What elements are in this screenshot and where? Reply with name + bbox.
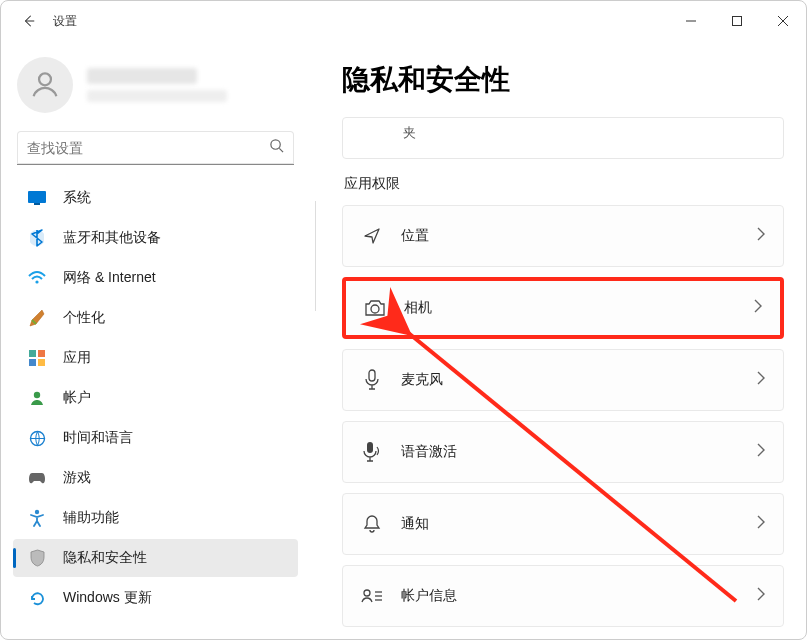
chevron-right-icon bbox=[757, 587, 765, 605]
nav-label: 个性化 bbox=[63, 309, 105, 327]
nav-item-gaming[interactable]: 游戏 bbox=[13, 459, 298, 497]
nav-label: Windows 更新 bbox=[63, 589, 152, 607]
camera-icon bbox=[364, 297, 386, 319]
nav-label: 时间和语言 bbox=[63, 429, 133, 447]
voice-activation-icon bbox=[361, 441, 383, 463]
paintbrush-icon bbox=[27, 308, 47, 328]
account-icon bbox=[27, 388, 47, 408]
perm-label: 帐户信息 bbox=[401, 587, 739, 605]
nav-item-network[interactable]: 网络 & Internet bbox=[13, 259, 298, 297]
nav-label: 帐户 bbox=[63, 389, 91, 407]
nav-label: 游戏 bbox=[63, 469, 91, 487]
bluetooth-icon bbox=[27, 228, 47, 248]
shield-icon bbox=[27, 548, 47, 568]
nav-label: 蓝牙和其他设备 bbox=[63, 229, 161, 247]
gamepad-icon bbox=[27, 468, 47, 488]
svg-rect-13 bbox=[29, 359, 36, 366]
svg-rect-7 bbox=[28, 191, 46, 203]
minimize-button[interactable] bbox=[668, 1, 714, 41]
nav-label: 网络 & Internet bbox=[63, 269, 156, 287]
profile-text bbox=[87, 68, 298, 102]
nav-item-apps[interactable]: 应用 bbox=[13, 339, 298, 377]
sidebar: 系统 蓝牙和其他设备 网络 & Internet 个性化 bbox=[1, 41, 306, 639]
search-input[interactable] bbox=[27, 140, 269, 156]
nav-label: 隐私和安全性 bbox=[63, 549, 147, 567]
svg-point-15 bbox=[34, 392, 40, 398]
chevron-right-icon bbox=[757, 227, 765, 245]
wifi-icon bbox=[27, 268, 47, 288]
perm-label: 语音激活 bbox=[401, 443, 739, 461]
svg-rect-20 bbox=[369, 370, 375, 381]
nav-item-windows-update[interactable]: Windows 更新 bbox=[13, 579, 298, 617]
nav-label: 辅助功能 bbox=[63, 509, 119, 527]
truncated-card[interactable]: 夹 bbox=[342, 117, 784, 159]
search-box[interactable] bbox=[17, 131, 294, 165]
perm-label: 相机 bbox=[404, 299, 736, 317]
perm-label: 麦克风 bbox=[401, 371, 739, 389]
svg-rect-1 bbox=[733, 17, 742, 26]
search-icon bbox=[269, 138, 284, 157]
svg-rect-12 bbox=[38, 350, 45, 357]
nav-item-accessibility[interactable]: 辅助功能 bbox=[13, 499, 298, 537]
nav-item-bluetooth[interactable]: 蓝牙和其他设备 bbox=[13, 219, 298, 257]
main-panel: 隐私和安全性 夹 应用权限 位置 相机 bbox=[306, 41, 806, 639]
svg-rect-8 bbox=[34, 203, 40, 205]
profile-email-redacted bbox=[87, 90, 227, 102]
nav-item-system[interactable]: 系统 bbox=[13, 179, 298, 217]
display-icon bbox=[27, 188, 47, 208]
close-icon bbox=[778, 16, 788, 26]
section-header: 应用权限 bbox=[344, 175, 784, 193]
profile-block[interactable] bbox=[11, 51, 306, 131]
perm-item-notifications[interactable]: 通知 bbox=[342, 493, 784, 555]
svg-point-18 bbox=[35, 510, 39, 514]
chevron-right-icon bbox=[757, 515, 765, 533]
nav-label: 系统 bbox=[63, 189, 91, 207]
globe-clock-icon bbox=[27, 428, 47, 448]
nav-item-accounts[interactable]: 帐户 bbox=[13, 379, 298, 417]
nav-item-privacy[interactable]: 隐私和安全性 bbox=[13, 539, 298, 577]
perm-item-voice-activation[interactable]: 语音激活 bbox=[342, 421, 784, 483]
profile-name-redacted bbox=[87, 68, 197, 84]
svg-rect-11 bbox=[29, 350, 36, 357]
page-title: 隐私和安全性 bbox=[342, 61, 784, 99]
chevron-right-icon bbox=[757, 371, 765, 389]
nav-list: 系统 蓝牙和其他设备 网络 & Internet 个性化 bbox=[11, 177, 306, 639]
close-button[interactable] bbox=[760, 1, 806, 41]
accessibility-icon bbox=[27, 508, 47, 528]
chevron-right-icon bbox=[754, 299, 762, 317]
nav-item-time-language[interactable]: 时间和语言 bbox=[13, 419, 298, 457]
perm-item-account-info[interactable]: 帐户信息 bbox=[342, 565, 784, 627]
perm-item-microphone[interactable]: 麦克风 bbox=[342, 349, 784, 411]
back-button[interactable] bbox=[15, 7, 43, 35]
window-title: 设置 bbox=[53, 13, 77, 30]
minimize-icon bbox=[686, 16, 696, 26]
perm-label: 位置 bbox=[401, 227, 739, 245]
truncated-card-text: 夹 bbox=[403, 125, 416, 140]
maximize-icon bbox=[732, 16, 742, 26]
update-icon bbox=[27, 588, 47, 608]
location-icon bbox=[361, 225, 383, 247]
arrow-left-icon bbox=[22, 14, 36, 28]
nav-item-personalization[interactable]: 个性化 bbox=[13, 299, 298, 337]
svg-rect-21 bbox=[367, 442, 373, 453]
svg-point-19 bbox=[371, 305, 379, 313]
account-info-icon bbox=[361, 585, 383, 607]
bell-icon bbox=[361, 513, 383, 535]
perm-item-location[interactable]: 位置 bbox=[342, 205, 784, 267]
maximize-button[interactable] bbox=[714, 1, 760, 41]
svg-point-5 bbox=[271, 140, 280, 149]
perm-label: 通知 bbox=[401, 515, 739, 533]
svg-line-6 bbox=[279, 148, 283, 152]
nav-label: 应用 bbox=[63, 349, 91, 367]
svg-rect-14 bbox=[38, 359, 45, 366]
svg-point-9 bbox=[30, 230, 44, 246]
avatar bbox=[17, 57, 73, 113]
microphone-icon bbox=[361, 369, 383, 391]
perm-item-camera[interactable]: 相机 bbox=[342, 277, 784, 339]
titlebar: 设置 bbox=[1, 1, 806, 41]
svg-point-10 bbox=[35, 280, 38, 283]
person-icon bbox=[28, 68, 62, 102]
apps-icon bbox=[27, 348, 47, 368]
chevron-right-icon bbox=[757, 443, 765, 461]
svg-point-4 bbox=[39, 73, 51, 85]
